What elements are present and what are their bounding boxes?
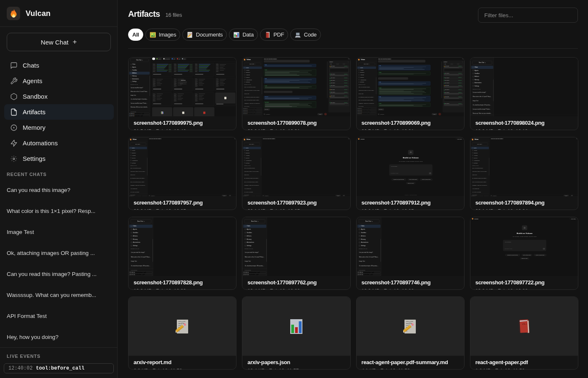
svg-text:VOL 1: VOL 1 bbox=[522, 323, 527, 326]
